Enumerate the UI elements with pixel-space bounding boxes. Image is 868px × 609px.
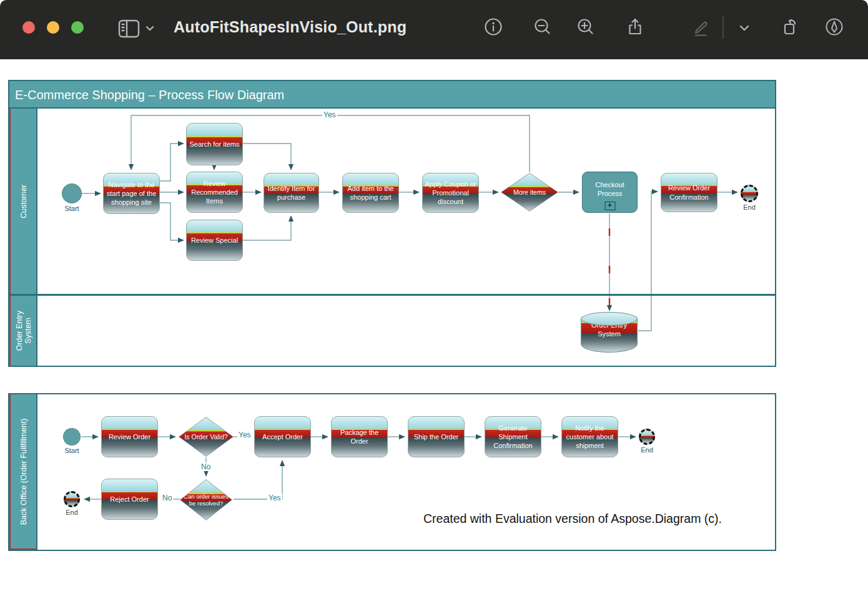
- subprocess-checkout: Checkout Process +: [582, 172, 638, 213]
- subprocess-plus-icon: +: [604, 202, 615, 210]
- connector-label-yes-resolve: Yes: [267, 494, 282, 502]
- task-reject-order: Reject Order: [101, 479, 158, 520]
- gateway-can-resolve-label: Can order issues be resolved?: [180, 480, 232, 520]
- markup-pencil-icon[interactable]: [690, 16, 711, 37]
- connector-label-yes-top: Yes: [322, 110, 337, 119]
- connector-label-no-resolve: No: [161, 494, 173, 502]
- title-bar: AutoFitShapesInVisio_Out.png: [0, 0, 868, 59]
- start-event-customer-label: Start: [56, 205, 87, 212]
- task-accept-order: Accept Order: [254, 416, 311, 457]
- end-event-customer-label: End: [736, 203, 763, 211]
- gateway-more-items: More items: [501, 173, 558, 212]
- lane-order-entry: Order Entry System: [9, 296, 37, 366]
- rotate-left-icon[interactable]: [779, 16, 801, 37]
- gateway-more-items-label: More items: [501, 173, 558, 211]
- lane-order-entry-label: Order Entry System: [14, 305, 32, 356]
- preview-window: AutoFitShapesInVisio_Out.png: [0, 0, 868, 609]
- end-event-fulfillment: [639, 429, 655, 445]
- gateway-can-resolve: Can order issues be resolved?: [180, 479, 232, 520]
- start-event-customer: [62, 183, 82, 203]
- task-review-order-confirmation: Review Order Confirmation: [661, 173, 718, 212]
- share-icon[interactable]: [624, 16, 646, 37]
- start-event-back-office: [63, 428, 81, 446]
- task-review-order: Review Order: [101, 416, 158, 457]
- end-event-customer: [741, 185, 758, 202]
- lane-back-office: Back Office (Order Fullfillment): [9, 394, 37, 550]
- lane-separator: [9, 294, 775, 296]
- markup-chevron-icon[interactable]: [738, 24, 751, 32]
- gateway-is-order-valid: Is Order Valid?: [179, 417, 234, 457]
- subprocess-checkout-label: Checkout Process: [586, 180, 633, 198]
- connector-label-yes-valid: Yes: [237, 431, 252, 439]
- lane-back-office-label: Back Office (Order Fullfillment): [19, 418, 27, 525]
- diagram-title: E-Commerce Shopping – Process Flow Diagr…: [9, 81, 775, 109]
- task-identify-item: Identify Item for purchase: [264, 173, 319, 213]
- evaluation-watermark: Created with Evaluation version of Aspos…: [423, 512, 722, 526]
- end-event-fulfillment-label: End: [633, 446, 661, 454]
- zoom-in-icon[interactable]: [575, 16, 596, 37]
- task-package-order: Package the Order: [331, 416, 388, 457]
- close-button[interactable]: [22, 21, 35, 34]
- task-notify-customer: Notify the customer about shipment: [561, 416, 618, 457]
- info-icon[interactable]: [483, 16, 504, 37]
- start-event-back-office-label: Start: [57, 447, 86, 454]
- task-ship-order: Ship the Order: [408, 416, 465, 457]
- sidebar-toggle-icon[interactable]: [117, 17, 159, 42]
- minimize-button[interactable]: [47, 21, 59, 34]
- task-review-special: Review Special: [186, 220, 243, 261]
- gateway-is-order-valid-label: Is Order Valid?: [179, 417, 233, 456]
- task-navigate: Navigate to the start page of the shoppi…: [103, 173, 160, 214]
- zoom-out-icon[interactable]: [532, 16, 553, 37]
- task-search-items: Search for items: [186, 123, 243, 165]
- connector-label-no-valid: No: [200, 462, 212, 471]
- pool-customer-frame: [8, 80, 776, 367]
- task-apply-coupon: Apply Coupon or Promotional discount: [422, 173, 479, 213]
- task-review-recommended: Review Recommended Items: [186, 172, 243, 213]
- pen-markup-icon[interactable]: [824, 16, 845, 37]
- lane-customer-label: Customer: [19, 184, 27, 218]
- window-title: AutoFitShapesInVisio_Out.png: [174, 18, 407, 36]
- datastore-order-entry-top: [581, 312, 638, 326]
- end-event-reject-label: End: [58, 509, 86, 516]
- task-generate-confirmation: Generate Shipment Confirmation: [485, 416, 541, 457]
- lane-customer: Customer: [9, 109, 37, 294]
- toolbar-divider: [723, 16, 724, 39]
- zoom-window-button[interactable]: [71, 21, 84, 34]
- task-add-item: Add item to the shopping cart: [342, 173, 399, 213]
- end-event-reject: [64, 491, 80, 507]
